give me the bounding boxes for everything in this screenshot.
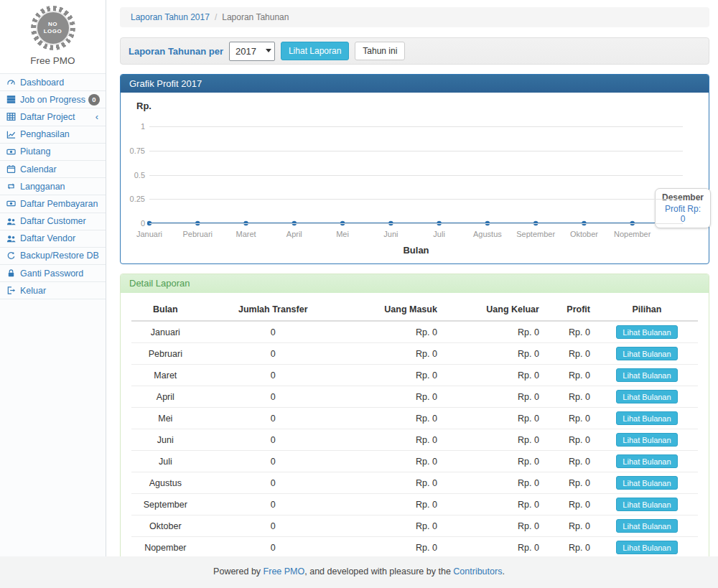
report-cell-uang_keluar: Rp. 0 (443, 472, 545, 494)
breadcrumb-link-laporan-tahun[interactable]: Laporan Tahun 2017 (131, 12, 210, 22)
report-cell-bulan: Pebruari (131, 343, 200, 365)
sidebar-item-backup-restore-db[interactable]: Backup/Restore DB (0, 248, 106, 265)
report-cell-uang_keluar: Rp. 0 (443, 537, 545, 559)
report-cell-uang_keluar: Rp. 0 (443, 515, 545, 537)
report-row-juli: Juli0Rp. 0Rp. 0Rp. 0Lihat Bulanan (131, 451, 698, 472)
report-cell-profit: Rp. 0 (545, 472, 596, 494)
sidebar-item-daftar-pembayaran[interactable]: Daftar Pembayaran (0, 195, 106, 213)
report-cell-profit: Rp. 0 (545, 386, 596, 408)
sidebar-item-label: Backup/Restore DB (20, 251, 100, 261)
report-cell-uang_masuk: Rp. 0 (347, 321, 443, 343)
lihat-bulanan-button[interactable]: Lihat Bulanan (616, 347, 677, 360)
report-cell-jumlah_transfer: 0 (200, 537, 347, 559)
breadcrumb-separator: / (215, 12, 217, 22)
calendar-icon (6, 164, 17, 174)
chart-gridline (149, 175, 683, 176)
sidebar-item-keluar[interactable]: Keluar (0, 282, 106, 299)
chart-x-tick-label: Maret (236, 230, 256, 238)
sidebar-item-daftar-customer[interactable]: Daftar Customer (0, 213, 106, 230)
report-row-mei: Mei0Rp. 0Rp. 0Rp. 0Lihat Bulanan (131, 408, 698, 429)
free-pmo-link[interactable]: Free PMO (264, 566, 305, 577)
page-footer: Powered by Free PMO, and developed with … (0, 556, 718, 588)
report-column-header: Profit (545, 299, 596, 321)
lihat-bulanan-button[interactable]: Lihat Bulanan (616, 390, 677, 403)
report-column-header: Pilihan (596, 299, 698, 321)
report-cell-profit: Rp. 0 (545, 494, 596, 515)
chart-gridline (149, 151, 683, 151)
sidebar-item-calendar[interactable]: Calendar (0, 161, 106, 178)
chart-y-tick-label: 1 (125, 122, 145, 131)
sidebar-item-label: Job on Progress (20, 95, 88, 105)
year-select[interactable]: 2017 (229, 42, 275, 61)
sidebar-item-dashboard[interactable]: Dashboard (0, 74, 106, 91)
sidebar-item-piutang[interactable]: Piutang (0, 144, 106, 161)
retweet-icon (6, 182, 17, 191)
report-cell-jumlah_transfer: 0 (200, 386, 347, 408)
report-cell-bulan: Nopember (131, 537, 200, 559)
footer-text-prefix: Powered by (213, 566, 263, 577)
line-chart-icon (6, 130, 17, 139)
sidebar-item-label: Langganan (20, 182, 100, 192)
chart-x-tick-label: April (286, 230, 302, 238)
report-cell-uang_keluar: Rp. 0 (443, 343, 545, 365)
report-cell-uang_keluar: Rp. 0 (443, 386, 545, 408)
lihat-bulanan-button[interactable]: Lihat Bulanan (616, 368, 677, 382)
chart-x-tick-label: Mei (336, 230, 349, 238)
lihat-bulanan-button[interactable]: Lihat Bulanan (616, 541, 677, 554)
report-row-nopember: Nopember0Rp. 0Rp. 0Rp. 0Lihat Bulanan (131, 537, 698, 559)
report-row-agustus: Agustus0Rp. 0Rp. 0Rp. 0Lihat Bulanan (131, 472, 698, 494)
report-cell-profit: Rp. 0 (545, 537, 596, 559)
report-cell-profit: Rp. 0 (545, 343, 596, 365)
lihat-bulanan-button[interactable]: Lihat Bulanan (616, 498, 677, 511)
contributors-link[interactable]: Contributors (453, 566, 502, 577)
sidebar-item-job-on-progress[interactable]: Job on Progress0 (0, 91, 106, 108)
sidebar-item-label: Ganti Password (20, 269, 100, 279)
year-filter-label: Laporan Tahunan per (129, 46, 223, 57)
sign-out-icon (6, 286, 17, 295)
tahun-ini-button[interactable]: Tahun ini (355, 42, 405, 60)
report-cell-uang_masuk: Rp. 0 (347, 494, 443, 515)
lihat-bulanan-button[interactable]: Lihat Bulanan (616, 454, 677, 468)
report-cell-uang_masuk: Rp. 0 (347, 365, 443, 386)
report-cell-bulan: Maret (131, 365, 200, 386)
chart-tooltip: Desember Profit Rp: 0 (655, 188, 711, 228)
report-column-header: Bulan (131, 299, 200, 321)
tasks-icon (6, 95, 17, 104)
report-cell-jumlah_transfer: 0 (200, 408, 347, 429)
year-filter-bar: Laporan Tahunan per 2017 Lihat Laporan T… (120, 37, 709, 65)
report-cell-uang_masuk: Rp. 0 (347, 408, 443, 429)
report-row-juni: Juni0Rp. 0Rp. 0Rp. 0Lihat Bulanan (131, 429, 698, 451)
lihat-bulanan-button[interactable]: Lihat Bulanan (616, 476, 677, 490)
report-cell-uang_keluar: Rp. 0 (443, 321, 545, 343)
lihat-bulanan-button[interactable]: Lihat Bulanan (616, 433, 677, 447)
lihat-bulanan-button[interactable]: Lihat Bulanan (616, 411, 677, 425)
lihat-bulanan-button[interactable]: Lihat Bulanan (616, 325, 677, 339)
sidebar-item-daftar-project[interactable]: Daftar Project‹ (0, 108, 106, 126)
chart-x-tick-label: Januari (136, 230, 162, 238)
report-cell-uang_masuk: Rp. 0 (347, 429, 443, 451)
sidebar-item-penghasilan[interactable]: Penghasilan (0, 126, 106, 144)
lihat-laporan-button[interactable]: Lihat Laporan (281, 42, 349, 60)
chart-y-tick-label: 0.75 (125, 146, 145, 155)
sidebar-item-langganan[interactable]: Langganan (0, 178, 106, 195)
report-cell-bulan: Januari (131, 321, 200, 343)
profit-chart-panel: Grafik Profit 2017 Rp. Desember Profit R… (120, 74, 709, 264)
report-cell-uang_masuk: Rp. 0 (347, 515, 443, 537)
detail-laporan-panel: Detail Laporan BulanJumlah TransferUang … (120, 274, 709, 588)
sidebar-item-label: Daftar Pembayaran (20, 199, 100, 209)
chart-x-tick-label: Juni (383, 230, 398, 238)
users-icon (6, 217, 17, 226)
report-row-pebruari: Pebruari0Rp. 0Rp. 0Rp. 0Lihat Bulanan (131, 343, 698, 365)
chevron-left-icon: ‹ (95, 111, 100, 122)
footer-text-middle: , and developed with pleasure by the (304, 566, 453, 577)
sidebar-item-daftar-vendor[interactable]: Daftar Vendor (0, 230, 106, 248)
sidebar-item-label: Calendar (20, 164, 100, 174)
report-cell-uang_masuk: Rp. 0 (347, 451, 443, 472)
lihat-bulanan-button[interactable]: Lihat Bulanan (616, 519, 677, 533)
report-row-april: April0Rp. 0Rp. 0Rp. 0Lihat Bulanan (131, 386, 698, 408)
chart-x-tick-label: Agustus (473, 230, 502, 238)
profit-chart-canvas[interactable]: Rp. Desember Profit Rp: 0 00.250.50.751J… (121, 93, 709, 263)
sidebar-item-ganti-password[interactable]: Ganti Password (0, 265, 106, 282)
report-cell-jumlah_transfer: 0 (200, 472, 347, 494)
report-row-september: September0Rp. 0Rp. 0Rp. 0Lihat Bulanan (131, 494, 698, 515)
